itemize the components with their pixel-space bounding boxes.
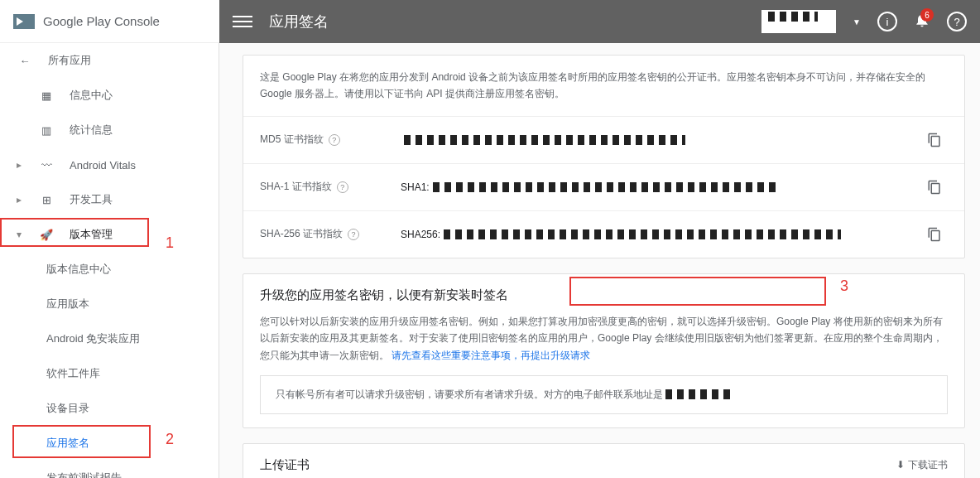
app-selector[interactable] (761, 10, 836, 33)
cert-row-sha1: SHA-1 证书指纹? SHA1: (243, 163, 964, 210)
dashboard-icon: ▦ (38, 87, 55, 104)
cert-row-md5: MD5 证书指纹? (243, 116, 964, 163)
annotation-2: 2 (166, 431, 174, 448)
info-icon[interactable]: i (877, 12, 897, 31)
sidebar-sub-prelaunch-report[interactable]: 发布前测试报告 (0, 461, 219, 478)
logo-text: Google Play Console (43, 14, 160, 28)
help-tooltip-icon[interactable]: ? (337, 181, 348, 193)
copy-button[interactable] (921, 221, 948, 248)
sidebar-item-dashboard[interactable]: ▦ 信息中心 (0, 78, 219, 113)
rocket-icon: 🚀 (38, 226, 55, 243)
upgrade-description: 您可以针对以后新安装的应用升级应用签名密钥。例如，如果您打算改用加密强度更高的密… (260, 313, 948, 364)
dev-tools-icon: ⊞ (38, 191, 55, 208)
sidebar-item-vitals[interactable]: ▸〰 Android Vitals (0, 147, 219, 182)
notification-badge: 6 (920, 8, 934, 22)
page-title: 应用签名 (269, 12, 329, 31)
sidebar-sub-artifact-library[interactable]: 软件工件库 (0, 356, 219, 391)
vitals-icon: 〰 (38, 157, 55, 173)
card-upload-cert: 上传证书 ⬇ 下载证书 这是您个人持有的上传密钥的公开证书。请使用您的上传密钥为… (243, 443, 965, 478)
notifications-icon[interactable]: 6 (914, 12, 930, 31)
download-cert-button[interactable]: ⬇ 下载证书 (896, 458, 948, 472)
sidebar-item-stats[interactable]: ▥ 统计信息 (0, 113, 219, 147)
help-tooltip-icon[interactable]: ? (329, 134, 340, 146)
hamburger-menu-icon[interactable] (233, 16, 252, 27)
copy-button[interactable] (921, 127, 948, 153)
help-tooltip-icon[interactable]: ? (348, 229, 359, 240)
sidebar: ← 所有应用 ▦ 信息中心 ▥ 统计信息 ▸〰 Android Vitals ▸… (0, 43, 219, 478)
dropdown-caret-icon[interactable]: ▼ (853, 17, 861, 27)
card-signing-cert: 这是 Google Play 在将您的应用分发到 Android 设备之前为该应… (243, 55, 965, 258)
main-content: 这是 Google Play 在将您的应用分发到 Android 设备之前为该应… (219, 43, 980, 478)
sidebar-item-dev-tools[interactable]: ▸⊞ 开发工具 (0, 182, 219, 217)
play-console-logo-icon (13, 14, 35, 29)
download-icon: ⬇ (896, 459, 905, 471)
sidebar-sub-release-dashboard[interactable]: 版本信息中心 (0, 252, 219, 287)
stats-icon: ▥ (38, 122, 55, 138)
back-arrow-icon: ← (17, 52, 33, 69)
sidebar-sub-app-signing[interactable]: 应用签名 (0, 426, 219, 461)
owner-notice: 只有帐号所有者可以请求升级密钥，请要求所有者请求升级。对方的电子邮件联系地址是 (260, 375, 948, 414)
upgrade-info-link[interactable]: 请先查看这些重要注意事项，再提出升级请求 (392, 350, 590, 361)
annotation-3: 3 (840, 278, 848, 295)
copy-button[interactable] (921, 174, 948, 200)
sidebar-item-release-mgmt[interactable]: ▾🚀 版本管理 (0, 217, 219, 252)
signing-cert-description: 这是 Google Play 在将您的应用分发到 Android 设备之前为该应… (260, 69, 948, 103)
topbar: 应用签名 ▼ i 6 ? (219, 0, 980, 43)
cert-row-sha256: SHA-256 证书指纹? SHA256: (243, 210, 964, 258)
sidebar-sub-instant-apps[interactable]: Android 免安装应用 (0, 321, 219, 356)
back-to-all-apps[interactable]: ← 所有应用 (0, 43, 219, 78)
upload-cert-title: 上传证书 (260, 457, 310, 473)
annotation-1: 1 (166, 234, 174, 252)
help-icon[interactable]: ? (947, 12, 967, 31)
card-upgrade-key: 升级您的应用签名密钥，以便有新安装时签名 您可以针对以后新安装的应用升级应用签名… (243, 273, 965, 428)
sidebar-sub-device-catalog[interactable]: 设备目录 (0, 391, 219, 426)
sidebar-sub-app-releases[interactable]: 应用版本 (0, 287, 219, 321)
